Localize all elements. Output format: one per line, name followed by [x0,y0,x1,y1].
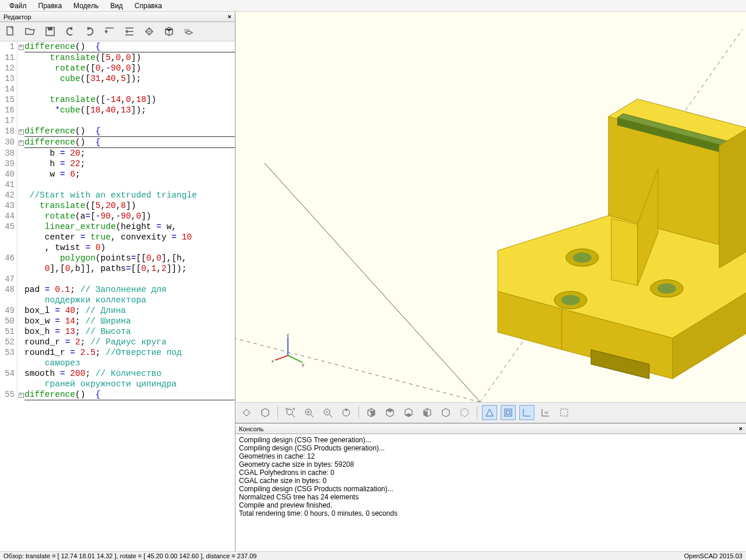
menu-view[interactable]: Вид [104,1,129,11]
preview-view-icon[interactable] [239,405,254,420]
indent-icon[interactable] [122,24,136,38]
menu-edit[interactable]: Правка [33,1,68,11]
undo-icon[interactable] [63,24,77,38]
scale-marker-icon[interactable]: 10 [538,405,553,420]
zoom-all-icon[interactable] [283,405,298,420]
code-text[interactable]: translate([-14,0,18]) [24,94,235,105]
menu-help[interactable]: Справка [129,1,168,11]
code-text[interactable]: h = 22; [24,159,235,169]
new-file-icon[interactable] [3,24,17,38]
orthogonal-icon[interactable] [501,405,516,420]
view-right-icon[interactable] [364,405,379,420]
preview-icon[interactable] [142,24,156,38]
zoom-out-icon[interactable] [320,405,335,420]
console-output[interactable]: Compiling design (CSG Tree generation)..… [235,434,746,551]
code-text[interactable]: box_l = 40; // Длина [24,305,235,316]
code-text[interactable]: box_h = 13; // Высота [24,326,235,337]
code-line[interactable]: 11 translate([5,0,0]) [0,52,235,63]
render-icon[interactable] [162,24,176,38]
reset-view-icon[interactable] [339,405,354,420]
code-line[interactable]: саморез [0,358,235,368]
code-line[interactable]: 45 linear_extrude(height = w, [0,221,235,232]
fold-toggle[interactable]: + [17,41,24,52]
code-text[interactable]: polygon(points=[[0,0],[h, [24,253,235,263]
render-view-icon[interactable] [258,405,273,420]
code-text[interactable]: center = true, convexity = 10 [24,232,235,242]
menu-model[interactable]: Модель [68,1,104,11]
code-line[interactable]: 47 [0,274,235,284]
code-line[interactable]: 42 //Start with an extruded triangle [0,190,235,200]
view-top-icon[interactable] [382,405,397,420]
fold-toggle[interactable]: + [17,126,24,137]
code-text[interactable]: difference() { [24,126,235,137]
code-text[interactable]: difference() { [24,137,235,148]
code-text[interactable]: cube([31,40,5]); [24,73,235,84]
code-text[interactable]: pad = 0.1; // Заполнение для [24,284,235,295]
code-text[interactable] [24,179,235,190]
save-file-icon[interactable] [43,24,57,38]
code-line[interactable]: 41 [0,179,235,190]
code-text[interactable]: smooth = 200; // Количество [24,368,235,379]
code-line[interactable]: 39 h = 22; [0,159,235,169]
code-line[interactable]: 52round_r = 2; // Радиус круга [0,337,235,347]
code-text[interactable] [24,115,235,126]
code-line[interactable]: 13 cube([31,40,5]); [0,73,235,84]
code-text[interactable]: rotate([0,-90,0]) [24,63,235,73]
code-text[interactable]: round_r = 2; // Радиус круга [24,337,235,347]
unindent-icon[interactable] [103,24,117,38]
code-line[interactable]: 48pad = 0.1; // Заполнение для [0,284,235,295]
code-line[interactable]: 43 translate([5,20,8]) [0,200,235,211]
code-text[interactable] [24,84,235,94]
code-line[interactable]: 50box_w = 14; // Ширина [0,316,235,326]
code-line[interactable]: 46 polygon(points=[[0,0],[h, [0,253,235,263]
code-line[interactable]: 18+difference() { [0,126,235,137]
code-text[interactable]: difference() { [24,389,235,400]
code-line[interactable]: 55+difference() { [0,389,235,400]
axes-icon[interactable] [519,405,534,420]
code-text[interactable]: 0],[0,b]], paths=[[0,1,2]]); [24,263,235,274]
code-line[interactable]: 12 rotate([0,-90,0]) [0,63,235,73]
viewport-3d[interactable]: z y x [235,12,746,402]
code-line[interactable]: 30+difference() { [0,137,235,148]
code-line[interactable]: поддержки коллектора [0,295,235,305]
code-text[interactable] [24,274,235,284]
code-line[interactable]: 44 rotate(a=[-90,-90,0]) [0,211,235,221]
code-line[interactable]: 16 *cube([18,40,13]); [0,105,235,115]
code-line[interactable]: 14 [0,84,235,94]
code-text[interactable]: difference() { [24,41,235,52]
fold-toggle[interactable]: + [17,137,24,148]
code-text[interactable]: , twist = 0) [24,242,235,253]
code-text[interactable]: rotate(a=[-90,-90,0]) [24,211,235,221]
code-text[interactable]: граней окружности цилиндра [24,379,235,389]
code-line[interactable]: 49box_l = 40; // Длина [0,305,235,316]
view-back-icon[interactable] [457,405,472,420]
code-text[interactable]: translate([5,0,0]) [24,52,235,63]
code-text[interactable]: w = 6; [24,169,235,179]
code-text[interactable]: b = 20; [24,148,235,159]
code-line[interactable]: 38 b = 20; [0,148,235,159]
code-editor[interactable]: 1+difference() {11 translate([5,0,0])12 … [0,41,235,551]
view-front-icon[interactable] [438,405,453,420]
open-file-icon[interactable] [23,24,37,38]
code-text[interactable]: саморез [24,358,235,368]
code-line[interactable]: 54smooth = 200; // Количество [0,368,235,379]
code-line[interactable]: 51box_h = 13; // Высота [0,326,235,337]
code-text[interactable]: linear_extrude(height = w, [24,221,235,232]
code-line[interactable]: center = true, convexity = 10 [0,232,235,242]
code-line[interactable]: , twist = 0) [0,242,235,253]
code-line[interactable]: граней окружности цилиндра [0,379,235,389]
editor-close-icon[interactable]: × [227,13,231,20]
export-stl-icon[interactable]: STL [182,24,196,38]
code-text[interactable]: round1_r = 2.5; //Отверстие под [24,347,235,358]
code-line[interactable]: 17 [0,115,235,126]
view-bottom-icon[interactable] [401,405,416,420]
edges-icon[interactable] [557,405,572,420]
code-text[interactable]: //Start with an extruded triangle [24,190,235,200]
code-line[interactable]: 1+difference() { [0,41,235,52]
console-close-icon[interactable]: × [738,425,743,432]
code-line[interactable]: 53round1_r = 2.5; //Отверстие под [0,347,235,358]
code-line[interactable]: 0],[0,b]], paths=[[0,1,2]]); [0,263,235,274]
menu-file[interactable]: Файл [3,1,33,11]
code-line[interactable]: 15 translate([-14,0,18]) [0,94,235,105]
view-left-icon[interactable] [420,405,435,420]
